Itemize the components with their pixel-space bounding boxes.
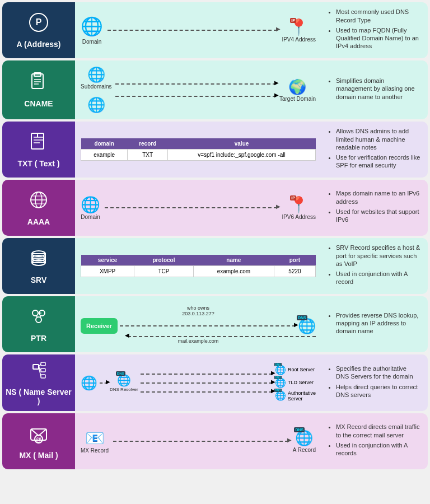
desc-aaaa-1: Maps domain name to an IPv6 address <box>336 189 421 206</box>
record-name-ns: NS ( Name Server ) <box>6 388 72 405</box>
icon-mx: @ <box>29 423 49 447</box>
txt-cell-value: v=spf1 include:_spf.google.com -all <box>168 150 316 161</box>
subdomain2: 🌐 <box>87 96 105 114</box>
record-name-mx: MX ( Mail ) <box>19 451 58 460</box>
txt-col-value: value <box>168 138 316 150</box>
desc-ns: Specifies the authoritative DNS Servers … <box>321 354 428 411</box>
desc-aaaa: Maps domain name to an IPv6 address Used… <box>321 180 428 236</box>
ipv4-label-a: IPV4 Address <box>282 36 316 43</box>
desc-a-1: Most commonly used DNS Record Type <box>336 8 421 24</box>
icon-ns <box>29 360 49 384</box>
mx-record-label: MX Record <box>81 447 109 454</box>
svg-rect-30 <box>41 362 45 366</box>
label-aaaa: AAAA <box>2 180 75 236</box>
desc-cname-1: Simplifies domain management by aliasing… <box>336 77 421 101</box>
svg-text:P: P <box>36 17 42 27</box>
desc-ptr: Provides reverse DNS lookup, mapping an … <box>321 296 428 352</box>
ns-tld-icon: 🌐DNS <box>275 377 286 388</box>
svg-rect-32 <box>41 375 45 378</box>
desc-txt-2: Use for verification records like SPF fo… <box>336 153 421 170</box>
ns-root-server: 🌐DNS Root Server <box>275 365 315 375</box>
svg-text:@: @ <box>36 436 41 442</box>
dns-globe-icon: 🌐DNS <box>298 318 316 335</box>
ns-auth-icon: 🌐DNS <box>275 390 286 401</box>
ns-domain: 🌐 <box>81 375 97 391</box>
cname-left: 🌐 Subdomains 🌐 <box>81 66 112 114</box>
srv-col-port: port <box>274 255 315 266</box>
ns-tld-server: 🌐DNS TLD Server <box>275 377 314 388</box>
row-srv: SRV service protocol name port XMPP TCP <box>2 238 428 294</box>
subdomain2-icon: 🌐 <box>87 96 105 114</box>
svg-rect-31 <box>41 368 45 372</box>
mx-dns-globe: 🌐DNS <box>295 430 313 447</box>
txt-cell-record: TXT <box>128 150 168 161</box>
dns-globe-ptr: 🌐DNS <box>298 318 316 335</box>
cname-arrows: ▶ ▶ <box>115 83 276 97</box>
icon-cname <box>29 72 49 96</box>
icon-txt <box>29 132 49 156</box>
diagram-a: 🌐 Domain 📍IP IPV4 Address <box>81 16 316 45</box>
desc-srv-1: SRV Record specifies a host & port for s… <box>336 244 421 268</box>
label-ns: NS ( Name Server ) <box>2 354 75 411</box>
label-ptr: PTR <box>2 296 75 352</box>
row-ptr: PTR who owns203.0.113.27? Receiver ▶ 🌐DN… <box>2 296 428 352</box>
ns-arrow-bot: ▶ <box>141 391 273 393</box>
desc-ptr-1: Provides reverse DNS lookup, mapping an … <box>336 311 421 335</box>
record-name-cname: CNAME <box>24 99 53 108</box>
ns-dns-resolver-label: DNS Resolver <box>110 387 138 392</box>
record-name-aaaa: AAAA <box>27 217 50 226</box>
ipv4-item-a: 📍IP IPV4 Address <box>282 18 316 43</box>
ptr-bottom-row: ◀ <box>81 336 316 337</box>
desc-ns-2: Helps direct queries to correct DNS serv… <box>336 383 421 399</box>
domain-globe-aaaa: 🌐 <box>81 195 100 214</box>
cname-arrow1: ▶ <box>115 83 276 85</box>
middle-cname: 🌐 Subdomains 🌐 ▶ ▶ 🌍 <box>75 60 321 119</box>
ns-arrow-top: ▶ <box>141 374 273 375</box>
srv-cell-protocol: TCP <box>134 266 194 277</box>
label-cname: CNAME <box>2 60 75 119</box>
middle-ns: 🌐 ▶ 🌐DNS DNS Resolver ▶ ▶ <box>75 354 321 411</box>
desc-cname: Simplifies domain management by aliasing… <box>321 60 428 119</box>
desc-mx: MX Record directs email traffic to the c… <box>321 413 428 469</box>
domain-item-aaaa: 🌐 Domain <box>81 195 100 220</box>
record-name-txt: TXT ( Text ) <box>17 159 59 168</box>
middle-aaaa: 🌐 Domain 📍IP IPV6 Address <box>75 180 321 236</box>
subdomain1-icon: 🌐 <box>87 66 105 83</box>
label-txt: TXT ( Text ) <box>2 122 75 178</box>
ptr-arrow-right: ▶ <box>120 325 296 326</box>
srv-table: service protocol name port XMPP TCP exam… <box>81 255 316 277</box>
label-a: P A (Address) <box>2 2 75 58</box>
diagram-cname: 🌐 Subdomains 🌐 ▶ ▶ 🌍 <box>81 66 316 114</box>
srv-cell-name: example.com <box>193 266 274 277</box>
ns-auth-server: 🌐DNS AuthoritativeServer <box>275 390 316 402</box>
record-name-srv: SRV <box>31 276 47 284</box>
ns-arrow-mid: ▶ <box>141 382 273 384</box>
desc-srv-2: Used in conjunction with A record <box>336 270 421 286</box>
middle-a: 🌐 Domain 📍IP IPV4 Address <box>75 2 321 58</box>
desc-aaaa-2: Used for websites that support IPv6 <box>336 208 421 224</box>
ptr-top-row: Receiver ▶ 🌐DNS <box>81 318 316 335</box>
ipv4-pin-icon: 📍IP <box>289 18 309 36</box>
target-domain-icon: 🌍 <box>288 78 306 96</box>
subdomain1: 🌐 Subdomains <box>81 66 112 90</box>
target-domain-label: Target Domain <box>279 96 316 102</box>
desc-mx-1: MX Record directs email traffic to the c… <box>336 423 421 439</box>
ns-dns-resolver: 🌐DNS DNS Resolver <box>110 374 138 392</box>
svg-rect-29 <box>33 365 39 369</box>
txt-col-record: record <box>128 138 168 150</box>
icon-ptr <box>29 306 49 330</box>
ns-tld-label: TLD Server <box>288 380 314 385</box>
mx-a-record: 🌐DNS A Record <box>293 430 316 453</box>
cname-arrow2: ▶ <box>115 96 276 97</box>
ns-auth-label: AuthoritativeServer <box>288 390 316 402</box>
ipv6-label-aaaa: IPV6 Address <box>282 214 316 220</box>
ns-arrow1: ▶ <box>100 382 108 384</box>
middle-mx: 📧 MX Record 🌐DNS A Record <box>75 413 321 469</box>
row-cname: CNAME 🌐 Subdomains 🌐 ▶ <box>2 60 428 119</box>
arrow-a <box>108 30 277 31</box>
desc-txt-1: Allows DNS admins to add limited human &… <box>336 127 421 151</box>
ns-multi-arrows: ▶ ▶ ▶ <box>141 374 273 393</box>
srv-cell-service: XMPP <box>81 266 134 277</box>
label-mx: @ MX ( Mail ) <box>2 413 75 469</box>
ns-domain-icon: 🌐 <box>81 375 97 391</box>
